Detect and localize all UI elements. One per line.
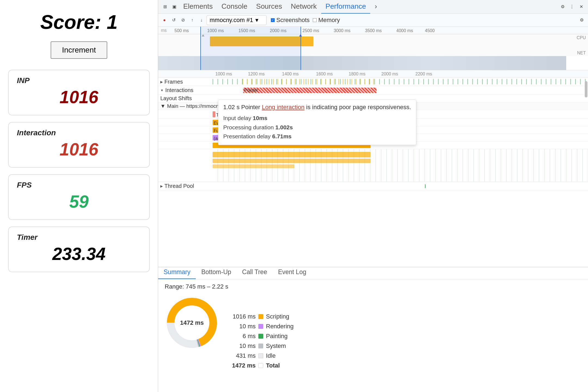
tracks-area: 1000 ms 1200 ms 1400 ms 1600 ms 1800 ms …: [158, 70, 588, 267]
tab-network[interactable]: Network: [286, 0, 321, 14]
upload-button[interactable]: ↑: [188, 16, 196, 24]
system-dot: [258, 344, 263, 348]
thread-pool-content: [213, 182, 588, 190]
legend-painting: 6 ms Painting: [231, 333, 294, 340]
green-lines-area: [158, 149, 588, 182]
frames-content: [213, 78, 588, 86]
interaction-value: 1016: [17, 139, 141, 160]
frames-label: ▶ Frames: [158, 78, 213, 86]
settings-icon[interactable]: ⚙: [558, 2, 567, 11]
legend-scripting: 1016 ms Scripting: [231, 313, 294, 320]
interaction-label: Interaction: [17, 128, 141, 137]
capture-settings-icon[interactable]: ⚙: [578, 16, 586, 24]
inp-label: INP: [17, 76, 141, 85]
memory-checkbox-group[interactable]: Memory: [313, 17, 340, 24]
clear-button[interactable]: ⊘: [179, 16, 187, 24]
frames-track[interactable]: ▶ Frames: [158, 78, 588, 86]
layout-shifts-label: Layout Shifts: [158, 95, 213, 102]
screenshots-label-text: Screenshots: [276, 17, 310, 24]
tab-bottom-up[interactable]: Bottom-Up: [196, 268, 237, 279]
summary-content: 1472 ms 1016 ms Scripting 10 ms Renderin…: [158, 290, 588, 392]
increment-button[interactable]: Increment: [51, 41, 108, 59]
screenshots-checkbox[interactable]: [271, 18, 275, 22]
timer-value: 233.34: [17, 244, 141, 264]
record-button[interactable]: ●: [160, 16, 169, 24]
legend-rendering: 10 ms Rendering: [231, 323, 294, 330]
interaction-tooltip: 1.02 s Pointer Long interaction is indic…: [218, 100, 416, 145]
fps-value: 59: [17, 192, 141, 212]
thread-pool-expand-icon[interactable]: ▶: [160, 184, 163, 188]
timer-label: Timer: [17, 233, 141, 242]
score-title: Score: 1: [8, 11, 150, 33]
scripting-dot: [258, 314, 263, 319]
summary-panel: Summary Bottom-Up Call Tree Event Log Ra…: [158, 267, 588, 392]
donut-chart: 1472 ms: [165, 296, 219, 350]
total-dot: [258, 363, 263, 368]
summary-tab-bar: Summary Bottom-Up Call Tree Event Log: [158, 267, 588, 279]
interactions-content: Pointer: [213, 86, 588, 94]
interactions-expand-icon[interactable]: ▼: [160, 88, 164, 92]
tab-event-log[interactable]: Event Log: [272, 268, 312, 279]
tracks-scrollbar[interactable]: [585, 78, 587, 267]
interactions-label: ▼ Interactions: [158, 86, 213, 94]
task-bar: [213, 111, 215, 117]
legend-system: 10 ms System: [231, 342, 294, 350]
idle-dot: [258, 353, 263, 358]
more-options-icon[interactable]: ⋮: [567, 2, 577, 11]
tab-summary[interactable]: Summary: [158, 268, 196, 279]
painting-dot: [258, 334, 263, 339]
chevron-down-icon: ▾: [255, 17, 258, 24]
devtools-tab-bar: ⊞ ▣ Elements Console Sources Network Per…: [158, 0, 588, 14]
devtools-inspect-icon[interactable]: ⊞: [160, 2, 170, 11]
scrollbar-thumb[interactable]: [585, 81, 587, 97]
fps-card: FPS 59: [8, 174, 150, 220]
thread-pool-track[interactable]: ▶ Thread Pool: [158, 182, 588, 190]
devtools-device-icon[interactable]: ▣: [170, 2, 179, 11]
interactions-track[interactable]: ▼ Interactions Pointer 1.02 s Pointer Lo…: [158, 86, 588, 95]
timer-card: Timer 233.34: [8, 226, 150, 272]
legend-total: 1472 ms Total: [231, 362, 294, 369]
refresh-record-button[interactable]: ↺: [170, 16, 178, 24]
tab-call-tree[interactable]: Call Tree: [237, 268, 272, 279]
rendering-dot: [258, 324, 263, 329]
tab-sources[interactable]: Sources: [252, 0, 286, 14]
interaction-card: Interaction 1016: [8, 122, 150, 168]
frames-expand-icon[interactable]: ▶: [160, 80, 163, 84]
tab-more[interactable]: ›: [370, 0, 381, 14]
pointer-interaction-bar[interactable]: [243, 88, 376, 93]
range-text: Range: 745 ms – 2.22 s: [158, 279, 588, 290]
thread-pool-label: ▶ Thread Pool: [158, 182, 213, 190]
tab-elements[interactable]: Elements: [179, 0, 217, 14]
timeline-selection[interactable]: [200, 27, 301, 70]
performance-toolbar: ● ↺ ⊘ ↑ ↓ mmocny.com #1 ▾ Screenshots Me…: [158, 14, 588, 27]
tab-console[interactable]: Console: [217, 0, 252, 14]
memory-checkbox[interactable]: [313, 18, 317, 22]
memory-label-text: Memory: [318, 17, 340, 24]
url-selector[interactable]: mmocny.com #1 ▾: [207, 15, 267, 25]
summary-legend: 1016 ms Scripting 10 ms Rendering 6 ms P…: [231, 296, 294, 387]
donut-center-label: 1472 ms: [180, 319, 204, 326]
inp-value: 1016: [17, 87, 141, 107]
tab-performance[interactable]: Performance: [321, 0, 370, 14]
inp-card: INP 1016: [8, 70, 150, 115]
tracks-ruler: 1000 ms 1200 ms 1400 ms 1600 ms 1800 ms …: [158, 70, 588, 78]
fps-label: FPS: [17, 181, 141, 189]
devtools-panel: ⊞ ▣ Elements Console Sources Network Per…: [158, 0, 588, 392]
legend-idle: 431 ms Idle: [231, 352, 294, 359]
left-panel: Score: 1 Increment INP 1016 Interaction …: [0, 0, 158, 392]
main-thread-expand-icon[interactable]: ▼: [160, 103, 166, 109]
download-button[interactable]: ↓: [197, 16, 206, 24]
close-icon[interactable]: ✕: [577, 2, 586, 11]
overview-timeline[interactable]: ms 500 ms 1000 ms 1500 ms 2000 ms 2500 m…: [158, 27, 588, 70]
screenshots-checkbox-group[interactable]: Screenshots: [271, 17, 310, 24]
